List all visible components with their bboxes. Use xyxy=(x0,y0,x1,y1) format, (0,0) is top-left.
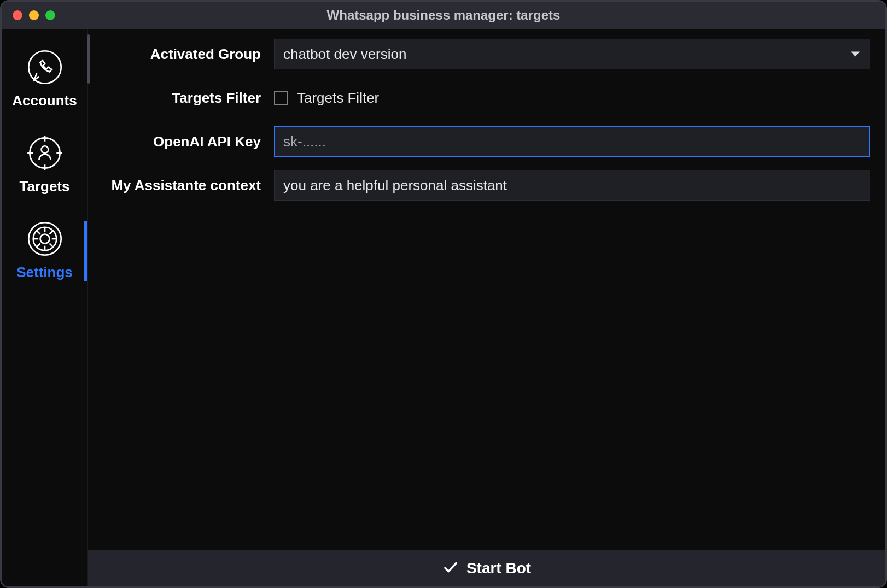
activated-group-value: chatbot dev version xyxy=(283,46,406,63)
row-targets-filter: Targets Filter Targets Filter xyxy=(88,83,870,113)
check-icon xyxy=(442,559,459,578)
sidebar: Accounts Targets xyxy=(2,29,88,586)
zoom-window-button[interactable] xyxy=(45,10,55,20)
label-assistant-context: My Assistante context xyxy=(88,177,274,194)
sidebar-item-label: Settings xyxy=(16,264,73,281)
row-activated-group: Activated Group chatbot dev version xyxy=(88,39,870,69)
svg-line-17 xyxy=(37,244,40,247)
targets-filter-checkbox[interactable] xyxy=(274,91,288,105)
activated-group-select[interactable]: chatbot dev version xyxy=(274,39,870,69)
label-openai-key: OpenAI API Key xyxy=(88,133,274,150)
app-window: Whatsapp business manager: targets Accou… xyxy=(0,0,887,588)
openai-api-key-input[interactable] xyxy=(274,126,870,157)
phone-chat-icon xyxy=(25,48,65,87)
target-person-icon xyxy=(25,133,65,173)
row-openai-key: OpenAI API Key xyxy=(88,126,870,157)
settings-form: Activated Group chatbot dev version Targ… xyxy=(88,29,885,550)
main-panel: Activated Group chatbot dev version Targ… xyxy=(88,29,885,586)
gear-icon xyxy=(25,219,65,258)
close-window-button[interactable] xyxy=(13,10,22,20)
svg-point-9 xyxy=(40,234,49,244)
assistant-context-input[interactable] xyxy=(274,170,870,201)
svg-line-14 xyxy=(37,231,40,234)
sidebar-scroll-thumb[interactable] xyxy=(87,34,90,84)
titlebar: Whatsapp business manager: targets xyxy=(2,2,885,29)
start-bot-button[interactable]: Start Bot xyxy=(88,550,885,586)
chevron-down-icon xyxy=(851,52,860,57)
svg-point-6 xyxy=(41,146,48,153)
window-controls xyxy=(2,10,55,20)
minimize-window-button[interactable] xyxy=(29,10,39,20)
window-title: Whatsapp business manager: targets xyxy=(2,8,885,23)
sidebar-item-label: Accounts xyxy=(12,92,77,109)
label-activated-group: Activated Group xyxy=(88,46,274,63)
targets-filter-checkbox-label: Targets Filter xyxy=(297,90,379,107)
sidebar-item-label: Targets xyxy=(20,178,70,195)
label-targets-filter: Targets Filter xyxy=(88,90,274,107)
sidebar-item-accounts[interactable]: Accounts xyxy=(2,37,87,122)
row-assistant-context: My Assistante context xyxy=(88,170,870,201)
start-bot-label: Start Bot xyxy=(466,560,531,577)
svg-line-16 xyxy=(49,231,52,234)
window-body: Accounts Targets xyxy=(2,29,885,586)
sidebar-item-targets[interactable]: Targets xyxy=(2,122,87,208)
svg-line-15 xyxy=(49,244,52,247)
sidebar-item-settings[interactable]: Settings xyxy=(2,208,87,294)
